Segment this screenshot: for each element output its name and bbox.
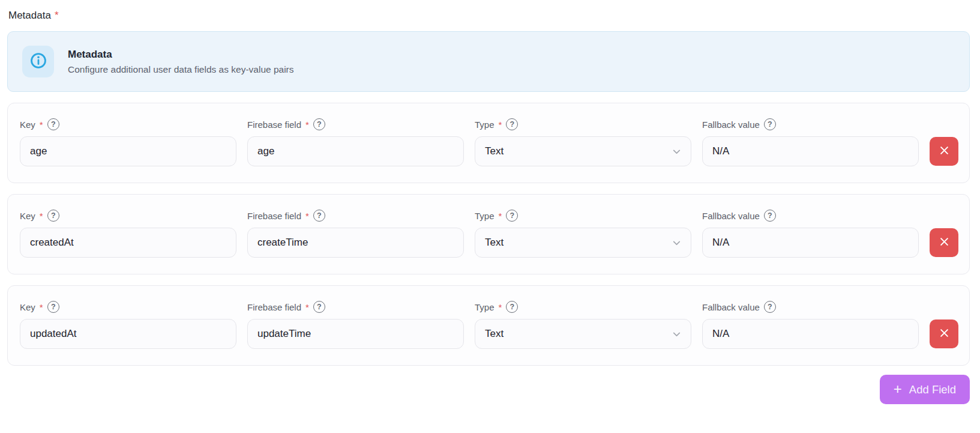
help-icon[interactable]: ? xyxy=(47,301,59,313)
type-select-value: Text xyxy=(485,328,504,340)
required-asterisk: * xyxy=(499,120,502,130)
form-footer: + Add Field xyxy=(7,375,970,404)
key-label: Key xyxy=(20,120,35,130)
type-label: Type xyxy=(475,120,495,130)
add-field-button[interactable]: + Add Field xyxy=(880,375,970,404)
delete-row-button[interactable] xyxy=(930,137,958,166)
table-row: Key * ? Firebase field * ? Type * ? xyxy=(20,301,958,349)
required-asterisk: * xyxy=(305,302,309,312)
type-label: Type xyxy=(475,302,495,312)
fallback-label-row: Fallback value ? xyxy=(702,210,919,222)
fallback-label: Fallback value xyxy=(702,120,760,130)
info-banner-description: Configure additional user data fields as… xyxy=(68,64,294,75)
info-banner-title: Metadata xyxy=(68,49,294,61)
help-icon[interactable]: ? xyxy=(47,210,59,222)
type-label: Type xyxy=(475,211,495,221)
required-asterisk: * xyxy=(40,302,43,312)
fallback-input[interactable] xyxy=(702,228,919,258)
type-select-value: Text xyxy=(485,145,504,157)
close-icon xyxy=(939,327,950,341)
key-column: Key * ? xyxy=(20,118,236,166)
metadata-form: Metadata * Metadata Configure additional… xyxy=(0,0,980,404)
type-label-row: Type * ? xyxy=(475,210,691,222)
firebase-field-column: Firebase field * ? xyxy=(247,210,464,258)
info-icon-chip xyxy=(22,46,54,77)
page-title: Metadata * xyxy=(7,7,970,22)
key-input[interactable] xyxy=(20,136,236,166)
key-label-row: Key * ? xyxy=(20,118,236,130)
firebase-field-label: Firebase field xyxy=(247,302,301,312)
close-icon xyxy=(939,145,950,158)
table-row: Key * ? Firebase field * ? Type * ? xyxy=(20,210,958,258)
type-column: Type * ? Text xyxy=(475,118,691,166)
key-column: Key * ? xyxy=(20,301,236,349)
firebase-field-label-row: Firebase field * ? xyxy=(247,210,464,222)
help-icon[interactable]: ? xyxy=(506,210,518,222)
help-icon[interactable]: ? xyxy=(313,210,325,222)
help-icon[interactable]: ? xyxy=(764,210,776,222)
firebase-field-input[interactable] xyxy=(247,136,464,166)
help-icon[interactable]: ? xyxy=(313,118,325,130)
firebase-field-label: Firebase field xyxy=(247,120,301,130)
firebase-field-column: Firebase field * ? xyxy=(247,301,464,349)
required-asterisk: * xyxy=(305,120,309,130)
firebase-field-label: Firebase field xyxy=(247,211,301,221)
help-icon[interactable]: ? xyxy=(47,118,59,130)
key-label-row: Key * ? xyxy=(20,301,236,313)
info-icon xyxy=(29,51,48,73)
required-asterisk: * xyxy=(40,120,43,130)
delete-row-button[interactable] xyxy=(930,319,958,348)
required-asterisk: * xyxy=(40,211,43,221)
fallback-label: Fallback value xyxy=(702,211,760,221)
field-heading-label: Metadata xyxy=(8,10,51,22)
required-asterisk: * xyxy=(305,211,309,221)
type-label-row: Type * ? xyxy=(475,301,691,313)
help-icon[interactable]: ? xyxy=(764,301,776,313)
key-input[interactable] xyxy=(20,319,236,349)
metadata-row-card: Key * ? Firebase field * ? Type * ? xyxy=(7,103,970,183)
help-icon[interactable]: ? xyxy=(506,301,518,313)
key-input[interactable] xyxy=(20,228,236,258)
chevron-down-icon xyxy=(672,147,682,157)
firebase-field-input[interactable] xyxy=(247,228,464,258)
chevron-down-icon xyxy=(672,329,682,339)
chevron-down-icon xyxy=(672,238,682,248)
plus-icon: + xyxy=(894,382,902,396)
key-label: Key xyxy=(20,211,35,221)
key-column: Key * ? xyxy=(20,210,236,258)
fallback-column: Fallback value ? xyxy=(702,210,919,258)
info-banner-text: Metadata Configure additional user data … xyxy=(68,49,294,75)
key-label: Key xyxy=(20,302,35,312)
firebase-field-input[interactable] xyxy=(247,319,464,349)
metadata-row-card: Key * ? Firebase field * ? Type * ? xyxy=(7,194,970,274)
required-asterisk: * xyxy=(499,302,502,312)
delete-row-button[interactable] xyxy=(930,228,958,257)
firebase-field-label-row: Firebase field * ? xyxy=(247,301,464,313)
type-select[interactable]: Text xyxy=(475,136,691,166)
info-banner: Metadata Configure additional user data … xyxy=(7,31,970,92)
type-column: Type * ? Text xyxy=(475,301,691,349)
fallback-column: Fallback value ? xyxy=(702,118,919,166)
help-icon[interactable]: ? xyxy=(506,118,518,130)
firebase-field-column: Firebase field * ? xyxy=(247,118,464,166)
table-row: Key * ? Firebase field * ? Type * ? xyxy=(20,118,958,166)
firebase-field-label-row: Firebase field * ? xyxy=(247,118,464,130)
fallback-column: Fallback value ? xyxy=(702,301,919,349)
fallback-input[interactable] xyxy=(702,319,919,349)
fallback-label-row: Fallback value ? xyxy=(702,301,919,313)
type-select-value: Text xyxy=(485,237,504,249)
metadata-row-card: Key * ? Firebase field * ? Type * ? xyxy=(7,285,970,366)
type-label-row: Type * ? xyxy=(475,118,691,130)
help-icon[interactable]: ? xyxy=(313,301,325,313)
key-label-row: Key * ? xyxy=(20,210,236,222)
fallback-label-row: Fallback value ? xyxy=(702,118,919,130)
required-asterisk: * xyxy=(55,10,59,22)
close-icon xyxy=(939,236,950,249)
fallback-label: Fallback value xyxy=(702,302,760,312)
fallback-input[interactable] xyxy=(702,136,919,166)
required-asterisk: * xyxy=(499,211,502,221)
type-column: Type * ? Text xyxy=(475,210,691,258)
type-select[interactable]: Text xyxy=(475,228,691,258)
type-select[interactable]: Text xyxy=(475,319,691,349)
help-icon[interactable]: ? xyxy=(764,118,776,130)
